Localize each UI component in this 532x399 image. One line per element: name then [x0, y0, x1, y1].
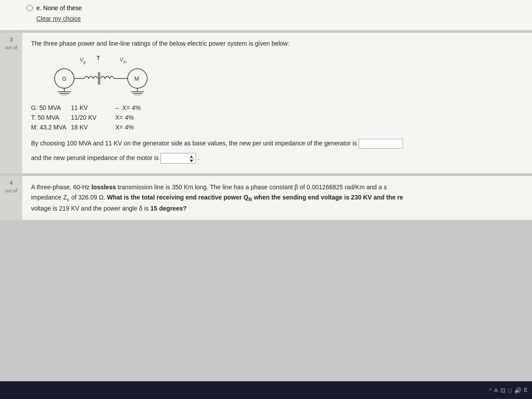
svg-text:m: m [123, 60, 127, 64]
q4-bold: What is the total receiving end reactive… [107, 194, 248, 201]
spec-row-m: M: 43.2 MVA 18 KV X= 4% [31, 124, 523, 131]
question4-outof: out of [5, 188, 17, 193]
question3-intro: The three phase power and line-line rati… [31, 39, 523, 48]
question4-body: A three-phase, 60-Hz lossless transmissi… [22, 176, 532, 219]
spec-t-label: T: 50 MVA [31, 114, 71, 121]
svg-text:T: T [97, 55, 100, 61]
fill-text-block2: and the new perunit impedance of the mot… [31, 153, 523, 164]
q4-sub-r: R [248, 196, 252, 202]
spec-m-kv: 18 KV [71, 124, 115, 131]
question3-number: 3 [9, 36, 12, 43]
q4-intro: A three-phase, 60-Hz [31, 184, 91, 191]
svg-text:G: G [62, 75, 66, 82]
q4-degrees: 15 degrees? [150, 205, 187, 212]
svg-text:M: M [134, 75, 139, 82]
taskbar-keyboard-icon: ⊡ [501, 387, 505, 394]
taskbar-volume-icon: 🔊 [514, 387, 521, 394]
question4-number: 4 [9, 180, 12, 186]
specs-table: G: 50 MVA 11 KV – X= 4% T: 50 MVA 11/20 … [31, 104, 523, 131]
spec-row-t: T: 50 MVA 11/20 KV X= 4% [31, 114, 523, 121]
spec-t-kv: 11/20 KV [71, 114, 115, 121]
question3-sidebar: 3 out of [0, 33, 22, 173]
motor-impedance-select[interactable]: ⬡ ▲▼ [160, 153, 196, 164]
q4-mid: transmission line is 350 Km long. The li… [116, 184, 387, 191]
svg-text:g: g [83, 60, 86, 64]
taskbar: ^ A ⊡ □ 🔊 E [0, 381, 532, 399]
spec-m-label: M: 43.2 MVA [31, 124, 71, 131]
q4-bold2: when the sending end voltage is 230 KV a… [252, 194, 403, 201]
circuit-diagram: V g T V m G [31, 55, 173, 95]
spec-row-g: G: 50 MVA 11 KV – X= 4% [31, 104, 523, 111]
radio-option-e[interactable] [27, 5, 33, 11]
question3-wrapper: 3 out of The three phase power and line-… [0, 33, 532, 173]
question4-sidebar: 4 out of [0, 176, 22, 219]
question4-text: A three-phase, 60-Hz lossless transmissi… [31, 182, 523, 213]
question3-body: The three phase power and line-line rati… [22, 33, 532, 173]
option-e-label: e. None of these [36, 4, 82, 12]
spec-g-kv: 11 KV [71, 104, 115, 111]
circuit-svg: V g T V m G [31, 55, 173, 95]
question4-wrapper: 4 out of A three-phase, 60-Hz lossless t… [0, 176, 532, 219]
fill-text-block: By choosing 100 MVA and 11 KV on the gen… [31, 138, 523, 149]
fill-text-2: and the new perunit impedance of the mot… [31, 154, 159, 161]
taskbar-time: E [524, 387, 528, 393]
question3-outof: out of [5, 45, 17, 50]
previous-question-section: e. None of these Clear my choice [0, 0, 532, 30]
clear-choice-row: Clear my choice [27, 15, 523, 22]
fill-text-1: By choosing 100 MVA and 11 KV on the gen… [31, 140, 357, 147]
spec-g-label: G: 50 MVA [31, 104, 71, 111]
taskbar-display-icon: □ [508, 387, 512, 394]
q4-ohm: of 326.09 Ω. [70, 194, 107, 201]
taskbar-a-icon: A [494, 387, 498, 394]
spec-g-x: X= 4% [122, 104, 158, 111]
q4-impedance: impedance Z [31, 194, 67, 201]
taskbar-system-icons: ^ A ⊡ □ 🔊 E [489, 387, 528, 394]
q4-end: voltage is 219 KV and the power angle δ … [31, 205, 150, 212]
spec-m-x: X= 4% [115, 124, 151, 131]
taskbar-caret-icon: ^ [489, 387, 491, 393]
generator-impedance-input[interactable] [359, 139, 403, 149]
clear-choice-link[interactable]: Clear my choice [36, 15, 81, 22]
q4-lossless: lossless [91, 184, 116, 191]
period: . [198, 154, 200, 161]
spec-t-x: X= 4% [115, 114, 151, 121]
option-e-row: e. None of these [27, 4, 523, 12]
spec-g-dash: – [115, 104, 119, 111]
